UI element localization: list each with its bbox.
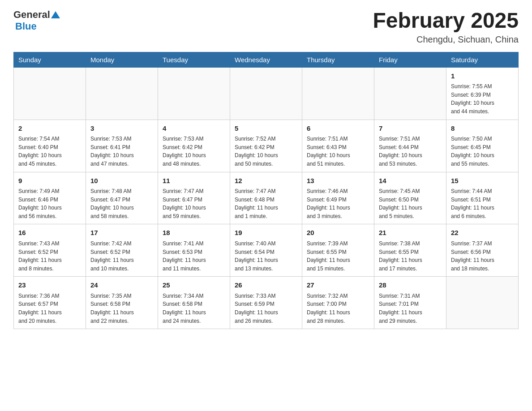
- day-number: 26: [235, 280, 297, 291]
- calendar-cell: 11Sunrise: 7:47 AMSunset: 6:47 PMDayligh…: [158, 172, 230, 224]
- day-number: 6: [307, 124, 369, 134]
- day-info: Sunrise: 7:55 AMSunset: 6:39 PMDaylight:…: [451, 82, 514, 116]
- calendar-cell: 23Sunrise: 7:36 AMSunset: 6:57 PMDayligh…: [14, 277, 86, 329]
- day-number: 20: [307, 228, 369, 238]
- calendar-cell: 20Sunrise: 7:39 AMSunset: 6:55 PMDayligh…: [302, 224, 374, 277]
- calendar-cell: 7Sunrise: 7:51 AMSunset: 6:44 PMDaylight…: [374, 120, 446, 172]
- day-info: Sunrise: 7:38 AMSunset: 6:55 PMDaylight:…: [379, 240, 442, 273]
- logo-triangle-icon: [51, 11, 60, 18]
- day-info: Sunrise: 7:40 AMSunset: 6:54 PMDaylight:…: [235, 240, 297, 273]
- calendar-cell: 8Sunrise: 7:50 AMSunset: 6:45 PMDaylight…: [446, 120, 519, 172]
- day-number: 12: [235, 176, 297, 186]
- day-info: Sunrise: 7:50 AMSunset: 6:45 PMDaylight:…: [451, 135, 514, 168]
- day-info: Sunrise: 7:51 AMSunset: 6:43 PMDaylight:…: [307, 135, 369, 168]
- calendar-cell: [14, 67, 86, 120]
- day-number: 2: [18, 124, 81, 134]
- calendar-table: SundayMondayTuesdayWednesdayThursdayFrid…: [13, 52, 519, 329]
- calendar-cell: 28Sunrise: 7:31 AMSunset: 7:01 PMDayligh…: [374, 277, 446, 329]
- day-info: Sunrise: 7:54 AMSunset: 6:40 PMDaylight:…: [18, 135, 81, 168]
- calendar-cell: 27Sunrise: 7:32 AMSunset: 7:00 PMDayligh…: [302, 277, 374, 329]
- day-info: Sunrise: 7:44 AMSunset: 6:51 PMDaylight:…: [451, 187, 514, 220]
- day-number: 10: [90, 176, 153, 186]
- calendar-cell: 2Sunrise: 7:54 AMSunset: 6:40 PMDaylight…: [14, 120, 86, 172]
- day-info: Sunrise: 7:32 AMSunset: 7:00 PMDaylight:…: [307, 292, 369, 325]
- day-info: Sunrise: 7:45 AMSunset: 6:50 PMDaylight:…: [379, 187, 442, 220]
- day-number: 19: [235, 228, 297, 238]
- calendar-week-row: 9Sunrise: 7:49 AMSunset: 6:46 PMDaylight…: [14, 172, 519, 224]
- calendar-cell: 4Sunrise: 7:53 AMSunset: 6:42 PMDaylight…: [158, 120, 230, 172]
- calendar-cell: [302, 67, 374, 120]
- calendar-header-friday: Friday: [374, 52, 446, 67]
- day-info: Sunrise: 7:36 AMSunset: 6:57 PMDaylight:…: [18, 292, 81, 325]
- day-number: 24: [90, 280, 153, 291]
- calendar-cell: 18Sunrise: 7:41 AMSunset: 6:53 PMDayligh…: [158, 224, 230, 277]
- day-number: 1: [451, 71, 514, 81]
- calendar-cell: 3Sunrise: 7:53 AMSunset: 6:41 PMDaylight…: [86, 120, 158, 172]
- day-info: Sunrise: 7:53 AMSunset: 6:42 PMDaylight:…: [163, 135, 225, 168]
- day-number: 9: [18, 176, 81, 186]
- day-number: 8: [451, 124, 514, 134]
- calendar-header-row: SundayMondayTuesdayWednesdayThursdayFrid…: [14, 52, 519, 67]
- calendar-cell: 21Sunrise: 7:38 AMSunset: 6:55 PMDayligh…: [374, 224, 446, 277]
- calendar-cell: 17Sunrise: 7:42 AMSunset: 6:52 PMDayligh…: [86, 224, 158, 277]
- calendar-header-sunday: Sunday: [14, 52, 86, 67]
- day-number: 21: [379, 228, 442, 238]
- day-info: Sunrise: 7:46 AMSunset: 6:49 PMDaylight:…: [307, 187, 369, 220]
- svg-marker-0: [51, 11, 60, 18]
- day-info: Sunrise: 7:48 AMSunset: 6:47 PMDaylight:…: [90, 187, 153, 220]
- calendar-header-saturday: Saturday: [446, 52, 519, 67]
- location-subtitle: Chengdu, Sichuan, China: [373, 34, 519, 45]
- calendar-cell: 12Sunrise: 7:47 AMSunset: 6:48 PMDayligh…: [230, 172, 302, 224]
- day-number: 28: [379, 280, 442, 291]
- calendar-week-row: 16Sunrise: 7:43 AMSunset: 6:52 PMDayligh…: [14, 224, 519, 277]
- calendar-cell: 15Sunrise: 7:44 AMSunset: 6:51 PMDayligh…: [446, 172, 519, 224]
- calendar-cell: 13Sunrise: 7:46 AMSunset: 6:49 PMDayligh…: [302, 172, 374, 224]
- calendar-cell: [158, 67, 230, 120]
- day-number: 27: [307, 280, 369, 291]
- day-number: 5: [235, 124, 297, 134]
- day-number: 25: [163, 280, 225, 291]
- calendar-cell: [446, 277, 519, 329]
- day-number: 11: [163, 176, 225, 186]
- day-info: Sunrise: 7:47 AMSunset: 6:48 PMDaylight:…: [235, 187, 297, 220]
- calendar-cell: 1Sunrise: 7:55 AMSunset: 6:39 PMDaylight…: [446, 67, 519, 120]
- day-number: 17: [90, 228, 153, 238]
- calendar-cell: 9Sunrise: 7:49 AMSunset: 6:46 PMDaylight…: [14, 172, 86, 224]
- calendar-header-tuesday: Tuesday: [158, 52, 230, 67]
- day-info: Sunrise: 7:43 AMSunset: 6:52 PMDaylight:…: [18, 240, 81, 273]
- day-info: Sunrise: 7:42 AMSunset: 6:52 PMDaylight:…: [90, 240, 153, 273]
- day-info: Sunrise: 7:39 AMSunset: 6:55 PMDaylight:…: [307, 240, 369, 273]
- day-number: 16: [18, 228, 81, 238]
- calendar-cell: 14Sunrise: 7:45 AMSunset: 6:50 PMDayligh…: [374, 172, 446, 224]
- day-info: Sunrise: 7:47 AMSunset: 6:47 PMDaylight:…: [163, 187, 225, 220]
- title-section: February 2025 Chengdu, Sichuan, China: [373, 9, 519, 45]
- calendar-cell: 25Sunrise: 7:34 AMSunset: 6:58 PMDayligh…: [158, 277, 230, 329]
- calendar-cell: [374, 67, 446, 120]
- month-year-title: February 2025: [373, 9, 519, 33]
- logo: General Blue: [13, 9, 60, 32]
- day-info: Sunrise: 7:34 AMSunset: 6:58 PMDaylight:…: [163, 292, 225, 325]
- calendar-cell: 22Sunrise: 7:37 AMSunset: 6:56 PMDayligh…: [446, 224, 519, 277]
- day-number: 23: [18, 280, 81, 291]
- day-number: 3: [90, 124, 153, 134]
- day-number: 13: [307, 176, 369, 186]
- day-number: 4: [163, 124, 225, 134]
- day-info: Sunrise: 7:49 AMSunset: 6:46 PMDaylight:…: [18, 187, 81, 220]
- calendar-cell: 5Sunrise: 7:52 AMSunset: 6:42 PMDaylight…: [230, 120, 302, 172]
- day-info: Sunrise: 7:53 AMSunset: 6:41 PMDaylight:…: [90, 135, 153, 168]
- page-header: General Blue February 2025 Chengdu, Sich…: [13, 9, 519, 45]
- day-info: Sunrise: 7:35 AMSunset: 6:58 PMDaylight:…: [90, 292, 153, 325]
- calendar-cell: 24Sunrise: 7:35 AMSunset: 6:58 PMDayligh…: [86, 277, 158, 329]
- logo-blue-text: Blue: [15, 21, 37, 32]
- day-number: 7: [379, 124, 442, 134]
- calendar-cell: 16Sunrise: 7:43 AMSunset: 6:52 PMDayligh…: [14, 224, 86, 277]
- logo-general-text: General: [13, 9, 50, 21]
- calendar-header-wednesday: Wednesday: [230, 52, 302, 67]
- day-info: Sunrise: 7:37 AMSunset: 6:56 PMDaylight:…: [451, 240, 514, 273]
- calendar-cell: 6Sunrise: 7:51 AMSunset: 6:43 PMDaylight…: [302, 120, 374, 172]
- calendar-week-row: 1Sunrise: 7:55 AMSunset: 6:39 PMDaylight…: [14, 67, 519, 120]
- day-info: Sunrise: 7:33 AMSunset: 6:59 PMDaylight:…: [235, 292, 297, 325]
- day-info: Sunrise: 7:51 AMSunset: 6:44 PMDaylight:…: [379, 135, 442, 168]
- calendar-header-monday: Monday: [86, 52, 158, 67]
- day-number: 22: [451, 228, 514, 238]
